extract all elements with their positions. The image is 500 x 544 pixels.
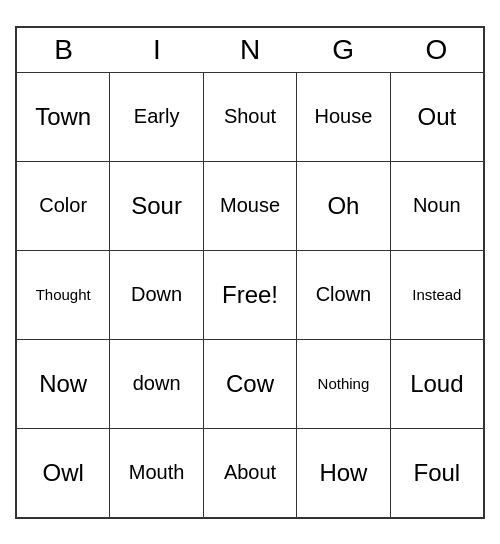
header-row: BINGO bbox=[17, 28, 483, 72]
grid-row-0: TownEarlyShoutHouseOut bbox=[17, 72, 483, 161]
grid-cell-1-2: Mouse bbox=[204, 162, 297, 250]
header-letter-I: I bbox=[110, 28, 203, 72]
grid-row-4: OwlMouthAboutHowFoul bbox=[17, 428, 483, 517]
grid-cell-2-1: Down bbox=[110, 251, 203, 339]
grid-cell-3-1: down bbox=[110, 340, 203, 428]
header-letter-B: B bbox=[17, 28, 110, 72]
grid-cell-3-3: Nothing bbox=[297, 340, 390, 428]
grid-cell-1-0: Color bbox=[17, 162, 110, 250]
grid-cell-0-2: Shout bbox=[204, 73, 297, 161]
bingo-card: BINGO TownEarlyShoutHouseOutColorSourMou… bbox=[15, 26, 485, 519]
header-letter-G: G bbox=[297, 28, 390, 72]
grid-row-3: NowdownCowNothingLoud bbox=[17, 339, 483, 428]
grid-cell-2-4: Instead bbox=[391, 251, 483, 339]
grid-cell-3-0: Now bbox=[17, 340, 110, 428]
grid-cell-4-2: About bbox=[204, 429, 297, 517]
grid-cell-4-0: Owl bbox=[17, 429, 110, 517]
grid-cell-2-0: Thought bbox=[17, 251, 110, 339]
grid-cell-3-2: Cow bbox=[204, 340, 297, 428]
grid-cell-4-3: How bbox=[297, 429, 390, 517]
grid-cell-0-3: House bbox=[297, 73, 390, 161]
header-letter-N: N bbox=[203, 28, 296, 72]
grid-row-2: ThoughtDownFree!ClownInstead bbox=[17, 250, 483, 339]
grid-cell-4-1: Mouth bbox=[110, 429, 203, 517]
grid-cell-1-4: Noun bbox=[391, 162, 483, 250]
grid-cell-1-1: Sour bbox=[110, 162, 203, 250]
header-letter-O: O bbox=[390, 28, 483, 72]
grid-cell-2-2: Free! bbox=[204, 251, 297, 339]
grid-cell-1-3: Oh bbox=[297, 162, 390, 250]
grid-cell-3-4: Loud bbox=[391, 340, 483, 428]
grid-cell-0-0: Town bbox=[17, 73, 110, 161]
grid-row-1: ColorSourMouseOhNoun bbox=[17, 161, 483, 250]
grid-cell-4-4: Foul bbox=[391, 429, 483, 517]
grid-cell-0-4: Out bbox=[391, 73, 483, 161]
grid-cell-2-3: Clown bbox=[297, 251, 390, 339]
grid-cell-0-1: Early bbox=[110, 73, 203, 161]
